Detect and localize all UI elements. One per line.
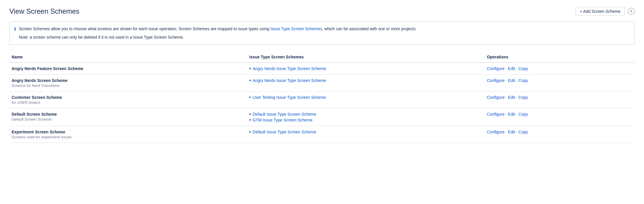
issue-type-list: •User Testing Issue Type Screen Scheme [249,95,482,100]
name-cell: Angry Nerds Screen SchemeScreens for Ner… [9,75,247,92]
table-row: Experiment Screen SchemeScreens used for… [9,126,635,143]
op-4-edit-link[interactable]: Edit [508,112,515,117]
list-item: •Angry Nerds Issue Type Screen Scheme [249,78,482,83]
scheme-description: Screens for Nerd Transitions [12,83,245,88]
table-row: Angry Nerds Feature Screen Scheme•Angry … [9,62,635,75]
op-3-copy-link[interactable]: Copy [518,95,528,100]
issue-type-scheme-link[interactable]: Default Issue Type Screen Scheme [253,112,316,117]
issue-type-scheme-link[interactable]: Angry Nerds Issue Type Screen Scheme [253,66,326,71]
scheme-name: Customer Screen Scheme [12,95,245,100]
op-4-copy-link[interactable]: Copy [518,112,528,117]
list-item: •Angry Nerds Issue Type Screen Scheme [249,66,482,71]
scheme-name: Angry Nerds Screen Scheme [12,78,245,83]
ops-separator: · [516,66,517,71]
bullet-icon: • [249,130,251,134]
ops-separator: · [516,95,517,100]
operations-cell: Configure·Edit·Copy [485,92,635,108]
info-circle-icon: ℹ [14,26,16,40]
col-header-operations: Operations [485,52,635,62]
op-3-edit-link[interactable]: Edit [508,95,515,100]
info-line-1: Screen Schemes allow you to choose what … [19,26,417,32]
issue-type-list: •Angry Nerds Issue Type Screen Scheme [249,66,482,71]
help-icon[interactable]: ? [628,8,635,15]
op-5-edit-link[interactable]: Edit [508,130,515,134]
issue-type-screen-schemes-link[interactable]: Issue Type Screen Schemes [270,26,322,31]
issue-type-scheme-link[interactable]: Default Issue Type Screen Scheme [253,130,316,134]
op-2-configure-link[interactable]: Configure [487,78,505,83]
issue-type-cell: •Default Issue Type Screen Scheme•GTM Is… [247,108,485,126]
scheme-description: Screens used for experiment issues [12,135,245,139]
op-1-edit-link[interactable]: Edit [508,66,515,71]
screen-schemes-table: Name Issue Type Screen Schemes Operation… [9,52,635,143]
op-2-copy-link[interactable]: Copy [518,78,528,83]
ops-separator: · [506,95,507,100]
op-5-configure-link[interactable]: Configure [487,130,505,134]
op-2-edit-link[interactable]: Edit [508,78,515,83]
op-1-copy-link[interactable]: Copy [518,66,528,71]
issue-type-cell: •Angry Nerds Issue Type Screen Scheme [247,62,485,75]
ops-separator: · [506,130,507,134]
issue-type-list: •Default Issue Type Screen Scheme•GTM Is… [249,112,482,122]
issue-type-cell: •Default Issue Type Screen Scheme [247,126,485,143]
issue-type-scheme-link[interactable]: Angry Nerds Issue Type Screen Scheme [253,78,326,83]
op-3-configure-link[interactable]: Configure [487,95,505,100]
op-5-copy-link[interactable]: Copy [518,130,528,134]
table-header-row: Name Issue Type Screen Schemes Operation… [9,52,635,62]
bullet-icon: • [249,112,251,117]
list-item: •Default Issue Type Screen Scheme [249,130,482,134]
name-cell: Angry Nerds Feature Screen Scheme [9,62,247,75]
scheme-name: Angry Nerds Feature Screen Scheme [12,66,245,71]
scheme-name: Experiment Screen Scheme [12,130,245,134]
add-screen-scheme-button[interactable]: + Add Screen Scheme [575,7,625,16]
page-header: View Screen Schemes + Add Screen Scheme … [9,7,635,16]
col-header-name: Name [9,52,247,62]
list-item: •User Testing Issue Type Screen Scheme [249,95,482,100]
name-cell: Customer Screen Schemefor USER project [9,92,247,108]
name-cell: Default Screen SchemeDefault Screen Sche… [9,108,247,126]
ops-separator: · [516,130,517,134]
operations-cell: Configure·Edit·Copy [485,126,635,143]
name-cell: Experiment Screen SchemeScreens used for… [9,126,247,143]
bullet-icon: • [249,95,251,100]
bullet-icon: • [249,118,251,122]
operations-cell: Configure·Edit·Copy [485,62,635,75]
info-box-text: Screen Schemes allow you to choose what … [19,26,417,40]
list-item: •Default Issue Type Screen Scheme [249,112,482,117]
op-4-configure-link[interactable]: Configure [487,112,505,117]
issue-type-cell: •Angry Nerds Issue Type Screen Scheme [247,75,485,92]
list-item: •GTM Issue Type Screen Scheme [249,118,482,122]
ops-separator: · [516,78,517,83]
table-row: Angry Nerds Screen SchemeScreens for Ner… [9,75,635,92]
table-row: Customer Screen Schemefor USER project•U… [9,92,635,108]
info-line-2: Note: a screen scheme can only be delete… [19,34,417,40]
scheme-name: Default Screen Scheme [12,112,245,117]
issue-type-scheme-link[interactable]: GTM Issue Type Screen Scheme [253,118,312,122]
op-1-configure-link[interactable]: Configure [487,66,505,71]
page-title: View Screen Schemes [9,7,79,15]
issue-type-list: •Angry Nerds Issue Type Screen Scheme [249,78,482,83]
scheme-description: for USER project [12,100,245,105]
operations-cell: Configure·Edit·Copy [485,108,635,126]
operations-cell: Configure·Edit·Copy [485,75,635,92]
issue-type-cell: •User Testing Issue Type Screen Scheme [247,92,485,108]
bullet-icon: • [249,66,251,71]
table-row: Default Screen SchemeDefault Screen Sche… [9,108,635,126]
ops-separator: · [516,112,517,117]
issue-type-list: •Default Issue Type Screen Scheme [249,130,482,134]
ops-separator: · [506,78,507,83]
scheme-description: Default Screen Scheme [12,117,245,121]
bullet-icon: • [249,78,251,83]
col-header-issue-type: Issue Type Screen Schemes [247,52,485,62]
ops-separator: · [506,66,507,71]
ops-separator: · [506,112,507,117]
issue-type-scheme-link[interactable]: User Testing Issue Type Screen Scheme [253,95,326,100]
info-box: ℹ Screen Schemes allow you to choose wha… [9,22,635,45]
header-actions: + Add Screen Scheme ? [575,7,635,16]
